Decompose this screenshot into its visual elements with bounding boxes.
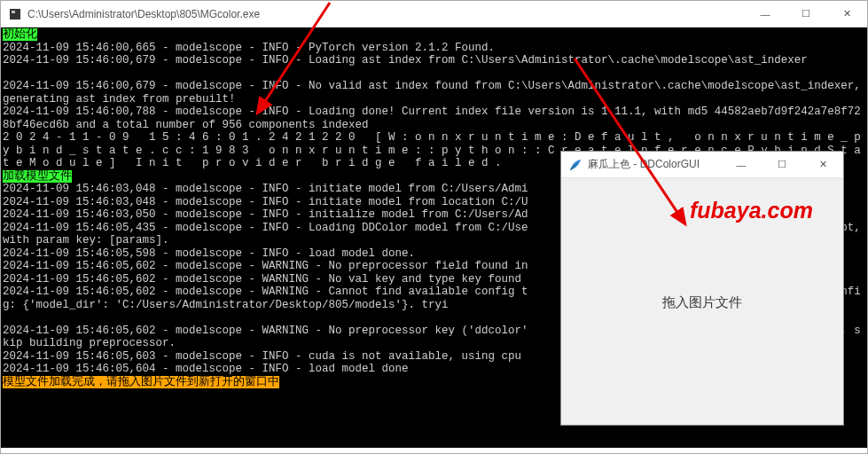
popup-window: 麻瓜上色 - DDColorGUI — ☐ ✕ 拖入图片文件 [560,151,844,426]
minimize-button[interactable]: — [745,1,786,27]
close-button[interactable]: ✕ [826,1,867,27]
console-label-done: 模型文件加载完成，请拖入图片文件到新打开的窗口中 [3,376,279,388]
maximize-button[interactable]: ☐ [786,1,826,27]
popup-titlebar[interactable]: 麻瓜上色 - DDColorGUI — ☐ ✕ [561,152,843,178]
main-window-title: C:\Users\Administrator\Desktop\805\MGcol… [27,8,745,20]
popup-minimize-button[interactable]: — [721,152,762,178]
popup-window-controls: — ☐ ✕ [721,152,843,178]
main-window-controls: — ☐ ✕ [745,1,867,27]
console-label-init: 初始化 [3,28,37,41]
svg-rect-1 [12,11,15,13]
feather-icon [568,158,583,172]
svg-rect-0 [10,9,20,20]
popup-window-title: 麻瓜上色 - DDColorGUI [588,157,721,172]
main-titlebar[interactable]: C:\Users\Administrator\Desktop\805\MGcol… [1,1,867,27]
popup-drop-label: 拖入图片文件 [662,294,742,311]
popup-maximize-button[interactable]: ☐ [762,152,802,178]
popup-close-button[interactable]: ✕ [802,152,843,178]
app-icon [8,7,22,21]
console-label-load: 加载模型文件 [3,170,72,183]
watermark-text: fubaya.com [690,198,813,223]
